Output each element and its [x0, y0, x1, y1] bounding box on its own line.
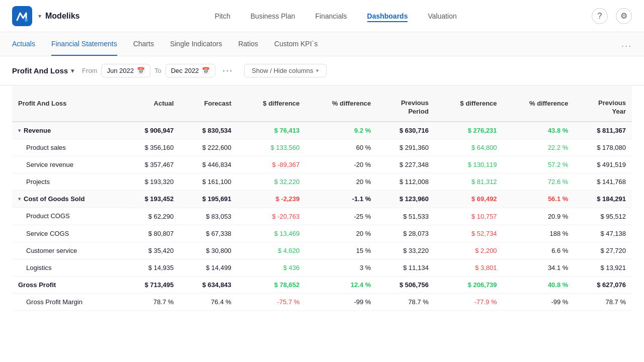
gear-icon: ⚙: [620, 11, 627, 21]
row-forecast: $ 830,534: [180, 122, 237, 139]
row-prev-diff-dollar: $ 3,801: [435, 259, 503, 276]
report-chevron-icon: ▾: [71, 67, 74, 74]
row-prev-diff-pct: 22.2 %: [503, 139, 575, 156]
toolbar-more-button[interactable]: ···: [219, 62, 236, 79]
row-diff-pct: 12.4 %: [306, 276, 377, 293]
row-label: Product sales: [12, 139, 122, 156]
row-forecast: $ 222,600: [180, 139, 237, 156]
tab-charts[interactable]: Charts: [133, 33, 154, 56]
row-forecast: $ 446,834: [180, 156, 237, 173]
show-hide-columns-button[interactable]: Show / Hide columns ▾: [244, 64, 327, 77]
to-calendar-icon: 📅: [202, 67, 210, 74]
table-row: ▾ Revenue $ 906,947 $ 830,534 $ 76,413 9…: [12, 122, 632, 139]
table-header: Profit And Loss Actual Forecast $ differ…: [12, 85, 632, 122]
row-actual: $ 35,420: [122, 242, 180, 259]
row-forecast: $ 634,843: [180, 276, 237, 293]
row-diff-pct: 3 %: [306, 259, 377, 276]
to-date-input[interactable]: Dec 2022 📅: [166, 64, 216, 77]
row-prev-period: $ 291,360: [377, 139, 435, 156]
row-prev-diff-dollar: $ 69,492: [435, 191, 503, 208]
row-prev-diff-pct: 188 %: [503, 225, 575, 242]
row-forecast: $ 14,499: [180, 259, 237, 276]
to-label: To: [154, 67, 162, 74]
row-diff-dollar: $ -2,239: [237, 191, 306, 208]
nav-business-plan[interactable]: Business Plan: [251, 10, 295, 22]
row-prev-year: $ 811,367: [574, 122, 632, 139]
sub-nav-more-button[interactable]: ...: [621, 39, 632, 49]
tab-actuals[interactable]: Actuals: [12, 33, 35, 56]
row-forecast: $ 67,338: [180, 225, 237, 242]
row-diff-pct: 60 %: [306, 139, 377, 156]
row-diff-dollar: $ 78,652: [237, 276, 306, 293]
nav-pitch[interactable]: Pitch: [215, 10, 230, 22]
row-prev-period: $ 506,756: [377, 276, 435, 293]
from-date-input[interactable]: Jun 2022 📅: [101, 64, 150, 77]
table-row: Customer service $ 35,420 $ 30,800 $ 4,6…: [12, 242, 632, 259]
from-date-value: Jun 2022: [107, 67, 134, 74]
row-prev-period: $ 112,008: [377, 173, 435, 191]
table-row: Product sales $ 356,160 $ 222,600 $ 133,…: [12, 139, 632, 156]
row-prev-diff-pct: 34.1 %: [503, 259, 575, 276]
logo[interactable]: [12, 6, 32, 26]
row-diff-dollar: $ 436: [237, 259, 306, 276]
row-diff-pct: -20 %: [306, 156, 377, 173]
row-prev-diff-pct: 43.8 %: [503, 122, 575, 139]
row-diff-pct: -1.1 %: [306, 191, 377, 208]
row-prev-diff-dollar: $ 81,312: [435, 173, 503, 191]
report-label: Profit And Loss: [12, 66, 68, 75]
brand-name: Modeliks: [45, 12, 79, 21]
row-forecast: $ 195,691: [180, 191, 237, 208]
row-prev-diff-pct: 6.6 %: [503, 242, 575, 259]
row-diff-pct: -25 %: [306, 208, 377, 225]
nav-valuation[interactable]: Valuation: [428, 10, 456, 22]
row-diff-pct: 9.2 %: [306, 122, 377, 139]
collapse-chevron-icon[interactable]: ▾: [18, 196, 21, 202]
settings-button[interactable]: ⚙: [616, 8, 632, 24]
row-prev-diff-dollar: -77.9 %: [435, 293, 503, 310]
col-header-name: Profit And Loss: [12, 85, 122, 122]
report-selector-button[interactable]: Profit And Loss ▾: [12, 66, 74, 75]
nav-financials[interactable]: Financials: [315, 10, 347, 22]
tab-financial-statements[interactable]: Financial Statements: [51, 33, 117, 56]
row-diff-dollar: $ 32,220: [237, 173, 306, 191]
row-label: Logistics: [12, 259, 122, 276]
row-diff-dollar: $ 133,560: [237, 139, 306, 156]
collapse-chevron-icon[interactable]: ▾: [18, 128, 21, 133]
row-prev-period: $ 33,220: [377, 242, 435, 259]
svg-point-0: [25, 19, 28, 22]
row-prev-period: $ 11,134: [377, 259, 435, 276]
row-actual: $ 356,160: [122, 139, 180, 156]
top-navigation: ▾ Modeliks Pitch Business Plan Financial…: [0, 0, 644, 32]
toolbar: Profit And Loss ▾ From Jun 2022 📅 To Dec…: [0, 56, 644, 85]
tab-single-indicators[interactable]: Single Indicators: [170, 33, 222, 56]
col-header-actual: Actual: [122, 85, 180, 122]
row-prev-diff-dollar: $ 10,757: [435, 208, 503, 225]
row-prev-diff-dollar: $ 206,739: [435, 276, 503, 293]
row-prev-year: 78.7 %: [574, 293, 632, 310]
row-forecast: $ 83,053: [180, 208, 237, 225]
row-label: Gross Profit Margin: [12, 293, 122, 310]
brand-chevron-icon: ▾: [38, 13, 41, 20]
profit-loss-table: Profit And Loss Actual Forecast $ differ…: [12, 85, 632, 311]
row-label: ▾ Revenue: [12, 122, 122, 139]
row-prev-diff-pct: 57.2 %: [503, 156, 575, 173]
table-row: ▾ Cost of Goods Sold $ 193,452 $ 195,691…: [12, 191, 632, 208]
help-button[interactable]: ?: [592, 8, 608, 24]
row-actual: $ 14,935: [122, 259, 180, 276]
nav-dashboards[interactable]: Dashboards: [367, 10, 408, 22]
row-actual: $ 80,807: [122, 225, 180, 242]
row-actual: $ 193,320: [122, 173, 180, 191]
row-prev-period: $ 630,716: [377, 122, 435, 139]
sub-nav-tabs: Actuals Financial Statements Charts Sing…: [12, 33, 317, 56]
from-calendar-icon: 📅: [137, 67, 145, 74]
row-diff-pct: 15 %: [306, 242, 377, 259]
tab-custom-kpis[interactable]: Custom KPI`s: [274, 33, 317, 56]
row-label: Service revenue: [12, 156, 122, 173]
row-actual: $ 193,452: [122, 191, 180, 208]
row-actual: $ 62,290: [122, 208, 180, 225]
row-prev-year: $ 13,921: [574, 259, 632, 276]
row-prev-period: $ 227,348: [377, 156, 435, 173]
table-row: Service COGS $ 80,807 $ 67,338 $ 13,469 …: [12, 225, 632, 242]
row-diff-dollar: $ 13,469: [237, 225, 306, 242]
tab-ratios[interactable]: Ratios: [238, 33, 258, 56]
